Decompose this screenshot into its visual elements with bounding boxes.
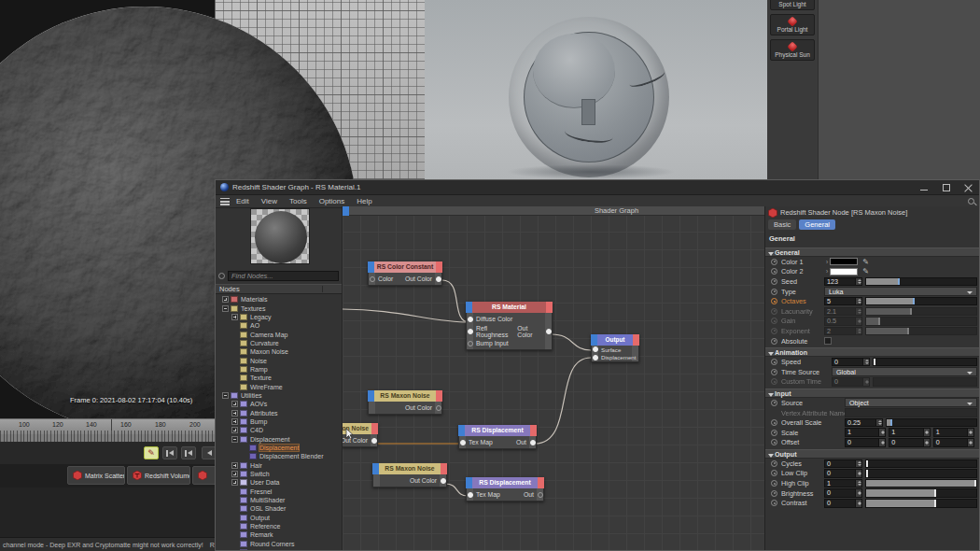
color2-swatch[interactable]: [830, 268, 858, 276]
find-nodes-input[interactable]: Find Nodes...: [228, 271, 339, 281]
tree-item-aovs[interactable]: AOVs: [216, 400, 342, 408]
expander-icon[interactable]: [231, 479, 238, 486]
exponent-field[interactable]: 2: [824, 327, 856, 336]
spinner[interactable]: [856, 479, 862, 488]
output-port[interactable]: [530, 440, 536, 445]
input-port-surface[interactable]: [593, 346, 598, 352]
tree-item-utilities[interactable]: Utilities: [216, 391, 342, 400]
tree-item-wireframe[interactable]: WireFrame: [216, 382, 342, 390]
node-rs-maxon-noise-left[interactable]: RS Maxon Noise Out Color: [343, 423, 378, 447]
spinner[interactable]: [856, 499, 862, 508]
expander-icon[interactable]: [231, 410, 238, 417]
menu-view[interactable]: View: [261, 197, 277, 205]
partial-object-button[interactable]: [192, 466, 217, 485]
spot-light-button[interactable]: Spot Light: [770, 0, 815, 10]
spinner[interactable]: [876, 418, 883, 428]
time-source-dropdown[interactable]: Global: [832, 367, 977, 376]
tab-general[interactable]: General: [799, 219, 835, 230]
tree-item-switch[interactable]: Switch: [216, 470, 342, 478]
source-dropdown[interactable]: Object: [845, 398, 977, 407]
brightness-field[interactable]: 0: [824, 488, 856, 498]
node-output[interactable]: Output Surface Displacement: [591, 334, 639, 362]
tree-item-displacement-group[interactable]: Displacement: [216, 435, 342, 444]
keyframe-dot[interactable]: [771, 289, 777, 295]
physical-sun-button[interactable]: Physical Sun: [770, 39, 815, 61]
keyframe-dot[interactable]: [771, 378, 777, 385]
contrast-field[interactable]: 0: [824, 499, 856, 508]
node-rs-displacement-mid[interactable]: RS Displacement Tex Map Out: [458, 425, 537, 449]
matrix-scatter-button[interactable]: Matrix Scatter: [67, 466, 125, 485]
keyframe-dot[interactable]: [771, 460, 777, 467]
spinner[interactable]: [924, 428, 931, 437]
menu-options[interactable]: Options: [319, 197, 345, 205]
keyframe-dot[interactable]: [771, 268, 777, 275]
keyframe-dot[interactable]: [771, 430, 777, 436]
tree-item-texture[interactable]: Texture: [216, 374, 342, 382]
eyedropper-icon[interactable]: ✎: [862, 258, 869, 266]
spinner[interactable]: [856, 277, 862, 287]
input-port-displacement[interactable]: [593, 355, 598, 360]
seed-slider[interactable]: [865, 277, 977, 287]
spinner[interactable]: [879, 428, 886, 437]
speed-track[interactable]: [873, 358, 977, 367]
section-general[interactable]: General: [765, 247, 980, 257]
keyframe-dot[interactable]: [771, 500, 777, 506]
tree-item-attributes[interactable]: Attributes: [216, 408, 342, 417]
goto-start-button[interactable]: [162, 446, 177, 459]
input-port-diffuse[interactable]: [468, 317, 473, 322]
keyframe-dot[interactable]: [771, 328, 777, 334]
tree-item-displacement[interactable]: Displacement: [216, 444, 342, 452]
eyedropper-icon[interactable]: ✎: [862, 267, 869, 276]
minimize-button[interactable]: [919, 183, 929, 192]
color1-swatch[interactable]: [830, 258, 858, 265]
keyframe-dot[interactable]: [771, 308, 777, 315]
maximize-button[interactable]: [942, 183, 951, 192]
search-icon[interactable]: [968, 198, 974, 205]
output-port[interactable]: [371, 438, 377, 444]
keyframe-dot[interactable]: [771, 490, 777, 497]
offset-z-field[interactable]: 0: [933, 438, 968, 447]
output-port[interactable]: [436, 405, 441, 411]
overall-scale-field[interactable]: 0.25: [845, 418, 876, 428]
spinner[interactable]: [924, 438, 931, 447]
menu-edit[interactable]: Edit: [236, 197, 249, 205]
output-port[interactable]: [546, 329, 552, 334]
node-rs-maxon-noise-bottom[interactable]: RS Maxon Noise Out Color: [372, 463, 447, 487]
spinner[interactable]: [856, 488, 862, 498]
input-port-texmap[interactable]: [460, 440, 466, 445]
exponent-slider[interactable]: [865, 327, 977, 336]
gain-field[interactable]: 0.5: [824, 317, 856, 326]
cycles-track[interactable]: [865, 459, 977, 469]
output-port[interactable]: [436, 276, 441, 282]
input-port-roughness[interactable]: [468, 329, 473, 334]
octaves-slider[interactable]: [865, 297, 977, 306]
expander-icon[interactable]: [231, 401, 238, 407]
redshift-volume-button[interactable]: Redshift Volume: [127, 466, 190, 485]
menu-help[interactable]: Help: [357, 197, 371, 205]
absolute-checkbox[interactable]: [824, 337, 832, 345]
keyframe-dot[interactable]: [771, 470, 777, 476]
output-port[interactable]: [538, 492, 543, 498]
brightness-slider[interactable]: [865, 488, 977, 498]
low-clip-slider[interactable]: [865, 469, 977, 478]
expander-icon[interactable]: [231, 427, 238, 433]
tree-item-textures[interactable]: Textures: [216, 304, 342, 312]
expander-icon[interactable]: [231, 436, 238, 443]
tree-item-materials[interactable]: Materials: [216, 295, 342, 304]
spinner[interactable]: [856, 459, 862, 469]
tree-item-camera-map[interactable]: Camera Map: [216, 330, 342, 338]
high-clip-field[interactable]: 1: [824, 479, 856, 488]
scale-z-field[interactable]: 1: [933, 428, 968, 437]
spinner[interactable]: [863, 358, 870, 367]
keyframe-dot[interactable]: [771, 259, 777, 265]
keyframe-dot[interactable]: [771, 400, 777, 406]
node-rs-material[interactable]: RS Material Diffuse Color Refl Roughness…: [466, 302, 553, 350]
spinner[interactable]: [968, 438, 974, 447]
spinner[interactable]: [863, 377, 870, 387]
section-animation[interactable]: Animation: [765, 347, 980, 357]
section-output[interactable]: Output: [765, 449, 980, 459]
expander-icon[interactable]: [231, 462, 238, 469]
high-clip-slider[interactable]: [865, 479, 977, 488]
offset-y-field[interactable]: 0: [889, 438, 923, 447]
lacunarity-field[interactable]: 2.1: [824, 307, 856, 317]
